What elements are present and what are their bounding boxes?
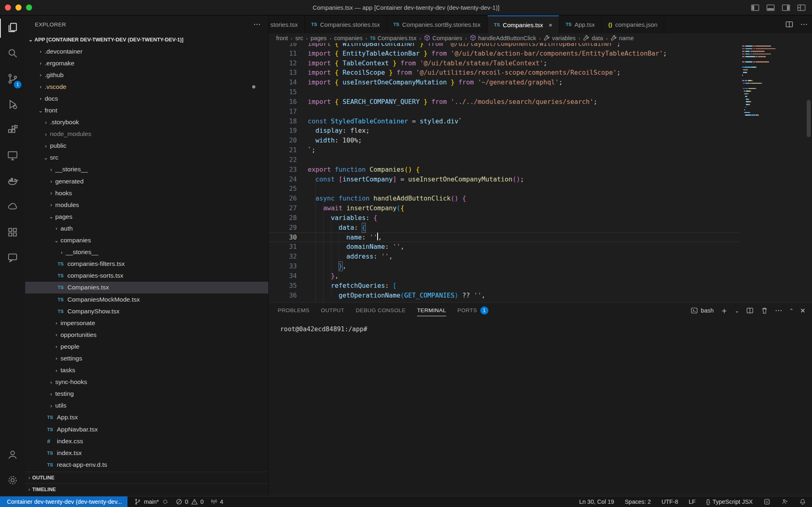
breadcrumb-item-data[interactable]: data: [583, 35, 603, 42]
code-line-12[interactable]: 12import { TableContext } from '@/ui/tab…: [269, 58, 812, 68]
breadcrumb-item-companies[interactable]: companies: [334, 35, 363, 41]
activity-bar-item-docker[interactable]: [0, 169, 25, 194]
activity-bar-item-source-control[interactable]: 1: [0, 67, 25, 92]
terminal-dropdown-icon[interactable]: ⌄: [735, 308, 739, 314]
tree-folder-generated[interactable]: ›generated: [25, 175, 268, 187]
tree-folder-companies[interactable]: ⌄companies: [25, 235, 268, 246]
tree-file-index.css[interactable]: #index.css: [25, 435, 268, 447]
code-line-24[interactable]: 24 const [insertCompany] = useInsertOneC…: [269, 175, 812, 184]
maximize-panel-icon[interactable]: ⌃: [789, 308, 794, 314]
tree-folder-.storybook[interactable]: ›.storybook: [25, 117, 268, 128]
explorer-more-actions-icon[interactable]: ⋯: [253, 20, 261, 29]
indentation-item[interactable]: Spaces: 2: [625, 498, 651, 505]
editor-more-actions-icon[interactable]: ⋯: [800, 20, 808, 29]
tree-folder-modules[interactable]: ›modules: [25, 199, 268, 211]
tree-file-companies-filters.tsx[interactable]: TScompanies-filters.tsx: [25, 258, 268, 270]
cursor-position-item[interactable]: Ln 30, Col 19: [579, 498, 614, 505]
code-line-23[interactable]: 23export function Companies() {: [269, 165, 812, 175]
terminal-prompt[interactable]: root@0a42ecd84891:/app#: [280, 326, 367, 333]
editor-tab-App.tsx[interactable]: TSApp.tsx: [559, 15, 602, 33]
breadcrumb-item-handleAddButtonClick[interactable]: handleAddButtonClick: [470, 35, 536, 42]
code-line-14[interactable]: 14import { useInsertOneCompanyMutation }…: [269, 78, 812, 87]
activity-bar-item-accounts[interactable]: [0, 442, 25, 468]
editor-tab-stories.tsx[interactable]: stories.tsx: [269, 15, 305, 33]
code-line-36[interactable]: 36 getOperationName(GET_COMPANIES) ?? ''…: [269, 291, 812, 300]
tree-folder-impersonate[interactable]: ›impersonate: [25, 317, 268, 329]
breadcrumb-item-src[interactable]: src: [295, 35, 303, 41]
code-line-30[interactable]: 30 name: '',: [269, 233, 812, 242]
tree-folder-front[interactable]: ⌄front: [25, 104, 268, 116]
tree-file-CompanyShow.tsx[interactable]: TSCompanyShow.tsx: [25, 305, 268, 317]
tree-folder-testing[interactable]: ›testing: [25, 388, 268, 400]
activity-bar-item-remote-explorer[interactable]: [0, 143, 25, 169]
feedback-item[interactable]: [781, 498, 788, 505]
tree-folder-docs[interactable]: ›docs: [25, 93, 268, 104]
tree-file-AppNavbar.tsx[interactable]: TSAppNavbar.tsx: [25, 423, 268, 435]
code-line-31[interactable]: 31 domainName: '',: [269, 242, 812, 252]
tree-folder-public[interactable]: ›public: [25, 140, 268, 152]
kill-terminal-icon[interactable]: [760, 306, 769, 315]
code-line-21[interactable]: 21`;: [269, 145, 812, 155]
tree-folder-sync-hooks[interactable]: ›sync-hooks: [25, 376, 268, 388]
panel-more-actions-icon[interactable]: ⋯: [775, 306, 783, 315]
code-line-26[interactable]: 26 async function handleAddButtonClick()…: [269, 194, 812, 203]
editor-tab-Companies.tsx[interactable]: TSCompanies.tsx×: [488, 15, 559, 33]
code-line-33[interactable]: 33 },: [269, 261, 812, 271]
panel-tab-debug-console[interactable]: DEBUG CONSOLE: [356, 303, 406, 318]
outline-section-header[interactable]: › OUTLINE: [25, 472, 268, 483]
code-line-29[interactable]: 29 data: {: [269, 223, 812, 233]
tree-folder-tasks[interactable]: ›tasks: [25, 365, 268, 376]
code-editor[interactable]: 10import { WithTopBarContainer } from '@…: [269, 43, 812, 302]
code-line-20[interactable]: 20 width: 100%;: [269, 136, 812, 145]
language-mode-item[interactable]: {}TypeScript JSX: [706, 498, 753, 505]
tree-folder-node_modules[interactable]: ›node_modules: [25, 128, 268, 140]
activity-bar-item-extensions[interactable]: [0, 118, 25, 143]
code-line-16[interactable]: 16import { SEARCH_COMPANY_QUERY } from '…: [269, 97, 812, 107]
editor-tab-Companies.stories.tsx[interactable]: TSCompanies.stories.tsx: [305, 15, 387, 33]
toggle-sidebar-icon[interactable]: [750, 3, 760, 13]
toggle-panel-icon[interactable]: [766, 3, 775, 13]
activity-bar-item-grid[interactable]: [0, 220, 25, 246]
tree-folder-__stories__[interactable]: ›__stories__: [25, 164, 268, 175]
activity-bar-item-run-debug[interactable]: [0, 92, 25, 118]
code-line-10[interactable]: 10import { WithTopBarContainer } from '@…: [269, 43, 812, 49]
activity-bar-item-search[interactable]: [0, 41, 25, 67]
tree-file-index.tsx[interactable]: TSindex.tsx: [25, 447, 268, 459]
code-line-15[interactable]: 15: [269, 87, 812, 97]
tree-file-CompaniesMockMode.tsx[interactable]: TSCompaniesMockMode.tsx: [25, 293, 268, 305]
editor-tab-companies.json[interactable]: {}companies.json: [602, 15, 664, 33]
panel-tab-output[interactable]: OUTPUT: [321, 303, 344, 318]
terminal-instance-item[interactable]: bash: [690, 306, 713, 315]
editor-scrollbar[interactable]: [807, 100, 811, 137]
activity-bar-item-chat[interactable]: [0, 246, 25, 271]
editor-tab-Companies.sortBy.stories.tsx[interactable]: TSCompanies.sortBy.stories.tsx: [387, 15, 488, 33]
toggle-secondary-sidebar-icon[interactable]: [781, 3, 791, 13]
new-terminal-icon[interactable]: ＋: [720, 305, 728, 316]
tree-folder-.devcontainer[interactable]: ›.devcontainer: [25, 45, 268, 57]
panel-tab-terminal[interactable]: TERMINAL: [417, 303, 446, 318]
tree-file-App.tsx[interactable]: TSApp.tsx: [25, 412, 268, 423]
tree-folder-hooks[interactable]: ›hooks: [25, 187, 268, 199]
code-line-32[interactable]: 32 address: '',: [269, 252, 812, 261]
tree-folder-src[interactable]: ⌄src: [25, 152, 268, 164]
code-line-17[interactable]: 17: [269, 107, 812, 117]
close-tab-icon[interactable]: ×: [549, 22, 553, 28]
code-line-18[interactable]: 18const StyledTableContainer = styled.di…: [269, 117, 812, 126]
git-branch-item[interactable]: main*: [134, 498, 168, 505]
minimap[interactable]: [742, 45, 776, 117]
tree-folder-.github[interactable]: ›.github: [25, 69, 268, 81]
tree-folder-opportunities[interactable]: ›opportunities: [25, 329, 268, 341]
breadcrumb-item-pages[interactable]: pages: [311, 35, 327, 41]
problems-item[interactable]: 0 0: [175, 498, 204, 505]
code-line-25[interactable]: 25: [269, 184, 812, 194]
code-line-22[interactable]: 22: [269, 155, 812, 165]
eol-item[interactable]: LF: [689, 498, 695, 505]
tree-folder-auth[interactable]: ›auth: [25, 222, 268, 234]
tree-folder-utils[interactable]: ›utils: [25, 400, 268, 412]
breadcrumb-item-Companies.tsx[interactable]: TSCompanies.tsx: [370, 35, 416, 41]
breadcrumb-item-variables[interactable]: variables: [544, 35, 576, 42]
notifications-item[interactable]: [799, 498, 806, 505]
tree-folder-.ergomake[interactable]: ›.ergomake: [25, 57, 268, 69]
close-panel-icon[interactable]: ✕: [800, 307, 806, 315]
tree-folder-__stories__[interactable]: ›__stories__: [25, 246, 268, 258]
